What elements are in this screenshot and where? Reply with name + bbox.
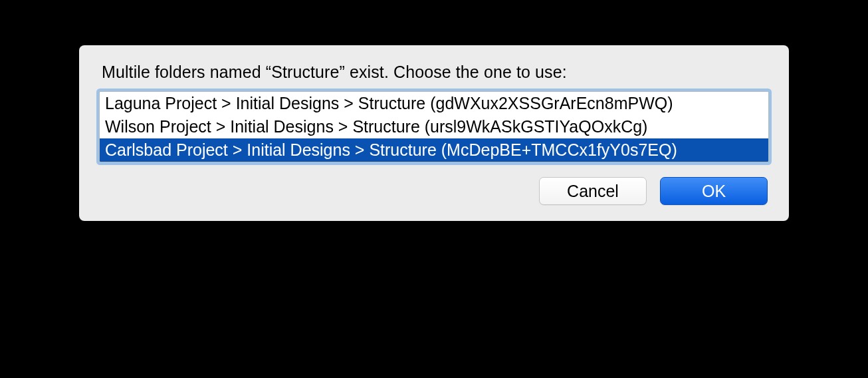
backdrop: Multile folders named “Structure” exist.… [0,0,868,378]
cancel-button[interactable]: Cancel [539,177,647,205]
dialog-button-row: Cancel OK [99,177,769,205]
list-item[interactable]: Laguna Project > Initial Designs > Struc… [100,92,768,115]
ok-button[interactable]: OK [660,177,768,205]
folder-listbox[interactable]: Laguna Project > Initial Designs > Struc… [99,91,769,162]
list-item[interactable]: Carlsbad Project > Initial Designs > Str… [100,138,768,162]
dialog-prompt: Multile folders named “Structure” exist.… [102,63,769,82]
folder-chooser-dialog: Multile folders named “Structure” exist.… [79,45,789,221]
list-item[interactable]: Wilson Project > Initial Designs > Struc… [100,115,768,138]
